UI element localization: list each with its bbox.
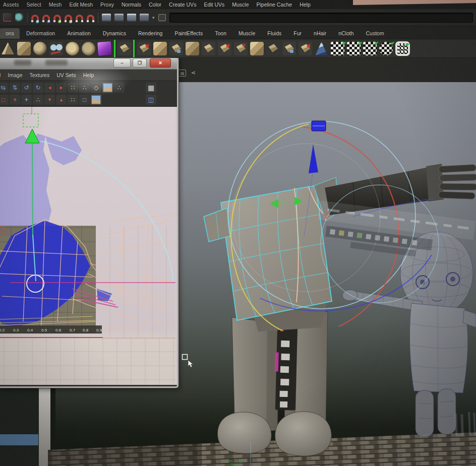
separate-icon[interactable] [153, 42, 167, 55]
mirror-geometry-icon[interactable] [49, 42, 63, 55]
poly-cone-icon[interactable] [1, 42, 15, 55]
align-up-icon[interactable] [56, 95, 67, 105]
menu-pipeline-cache[interactable]: Pipeline Cache [257, 2, 292, 8]
snap-projected-center-magnet-icon[interactable] [65, 15, 72, 22]
triangulate-icon[interactable] [266, 42, 280, 55]
close-button[interactable]: ✕ [150, 58, 171, 68]
poly-plane-icon[interactable] [117, 42, 131, 55]
menu-color[interactable]: Color [149, 2, 161, 8]
move-uv-cross-icon[interactable] [10, 95, 20, 105]
uv-menu-uv-sets[interactable]: UV Sets [56, 72, 76, 78]
poly-sphere-icon[interactable] [33, 42, 47, 55]
menu-proxy[interactable]: Proxy [100, 2, 114, 8]
render-view-icon[interactable] [102, 14, 111, 22]
menu-edit-mesh[interactable]: Edit Mesh [69, 2, 93, 8]
panel-layout-icon[interactable]: ▤ [178, 70, 186, 77]
combine-icon[interactable] [137, 42, 151, 55]
shelf-tab-fur[interactable]: Fur [288, 28, 307, 39]
selection-mask-icon[interactable] [15, 13, 24, 22]
menu-muscle[interactable]: Muscle [232, 2, 249, 8]
snap-point-magnet-icon[interactable] [53, 15, 61, 22]
snap-dots-icon[interactable] [33, 95, 43, 105]
overlap-icon[interactable] [146, 95, 156, 105]
uv-menu-help[interactable]: Help [83, 72, 94, 78]
flip-v-icon[interactable] [10, 83, 20, 93]
shelf-tab-ncloth[interactable]: nCloth [333, 28, 359, 39]
minimize-button[interactable]: – [113, 58, 131, 68]
chevron-down-icon[interactable]: ▾ [152, 15, 155, 20]
square-outline-icon[interactable] [79, 95, 90, 105]
render-settings-icon[interactable] [140, 14, 149, 22]
render-frame-icon[interactable] [114, 14, 124, 22]
shelf-tab-muscle[interactable]: Muscle [233, 28, 261, 39]
poly-cube-icon[interactable] [17, 42, 31, 55]
ipr-render-icon[interactable] [127, 14, 136, 22]
uv-texture-editor-icon[interactable] [397, 43, 408, 54]
shelf-tab-fluids[interactable]: Fluids [262, 28, 287, 39]
menu-fragment[interactable]: l [0, 72, 1, 78]
shelf-tab-painteffects[interactable]: PaintEffects [169, 28, 208, 39]
rotate-uv-cw-icon[interactable] [33, 83, 43, 93]
subdivide-icon[interactable] [82, 42, 95, 55]
append-polygon-icon[interactable] [218, 42, 231, 55]
align-down-icon[interactable] [44, 95, 55, 105]
maximize-button[interactable]: ❐ [133, 58, 147, 68]
snap-view-plane-magnet-icon[interactable] [76, 15, 83, 22]
cut-faces-icon[interactable] [234, 42, 248, 55]
dots-icon[interactable] [114, 83, 125, 93]
flip-u-icon[interactable] [0, 83, 9, 93]
menu-select[interactable]: Select [27, 2, 41, 8]
uv-texture-editor-window[interactable]: – ❐ ✕ l Image Textures UV Sets Help [0, 56, 178, 388]
shelf-tab-toon[interactable]: Toon [209, 28, 232, 39]
uv-menu-textures[interactable]: Textures [30, 72, 50, 78]
menu-edit-uvs[interactable]: Edit UVs [204, 2, 224, 8]
shelf-tab-animation[interactable]: Animation [62, 28, 96, 39]
quick-selection-field[interactable] [169, 13, 473, 23]
align-left-icon[interactable] [44, 83, 55, 93]
shelf-tab-polygons[interactable]: ons [0, 28, 20, 39]
node-share-icon[interactable]: ⋖ [190, 70, 197, 77]
rotate-region-icon[interactable] [0, 95, 9, 105]
uv-menu-image[interactable]: Image [8, 72, 22, 78]
snap-grid-icon[interactable] [68, 83, 78, 93]
snap-grid-magnet-icon[interactable] [31, 15, 39, 22]
robot-right-foot[interactable] [275, 412, 332, 456]
grid-icon[interactable] [146, 83, 156, 93]
tile-grid-icon[interactable] [68, 95, 78, 105]
menu-normals[interactable]: Normals [122, 2, 141, 8]
shelf-tab-custom[interactable]: Custom [361, 28, 390, 39]
booleans-icon[interactable] [250, 42, 264, 55]
menu-create-uvs[interactable]: Create UVs [169, 2, 196, 8]
scene-icon[interactable] [3, 13, 12, 22]
paste-uv-icon[interactable] [21, 95, 32, 105]
menu-mesh[interactable]: Mesh [49, 2, 62, 8]
quadrangulate-icon[interactable] [282, 42, 296, 55]
robot-left-foot[interactable] [217, 412, 271, 453]
bridge-icon[interactable] [202, 42, 215, 55]
menu-assets[interactable]: Assets [3, 2, 19, 8]
snap-pixel-icon[interactable] [79, 83, 90, 93]
uv-checker-1-icon[interactable] [331, 42, 344, 55]
uv-checker-2-icon[interactable] [347, 42, 361, 55]
smooth-icon[interactable] [66, 42, 79, 55]
rotate-uv-ccw-icon[interactable] [21, 83, 32, 93]
uv-editor-titlebar[interactable]: – ❐ ✕ [0, 56, 177, 70]
bevel-icon[interactable] [186, 42, 199, 55]
menu-help[interactable]: Help [300, 2, 311, 8]
uv-checker-sphere-icon[interactable] [379, 42, 393, 55]
merge-vertices-icon[interactable] [299, 42, 312, 55]
snap-curve-magnet-icon[interactable] [42, 15, 50, 22]
uv-checker-3-icon[interactable] [363, 42, 377, 55]
shelf-tab-nhair[interactable]: nHair [308, 28, 332, 39]
shelf-tab-rendering[interactable]: Rendering [133, 28, 168, 39]
shelf-tab-deformation[interactable]: Deformation [21, 28, 61, 39]
image-range-icon[interactable] [91, 95, 101, 105]
make-live-magnet-icon[interactable] [87, 15, 94, 22]
shelf-tab-dynamics[interactable]: Dynamics [97, 28, 132, 39]
sculpt-geometry-icon[interactable] [315, 42, 328, 55]
align-right-icon[interactable] [56, 83, 67, 93]
uv-canvas[interactable]: 0.2 0.3 0.4 0.5 0.6 0.7 0.8 0.9 [0, 107, 177, 385]
extract-icon[interactable] [169, 42, 183, 55]
uv-snapshot-icon[interactable] [102, 83, 113, 93]
textured-cube-icon[interactable] [97, 41, 112, 56]
